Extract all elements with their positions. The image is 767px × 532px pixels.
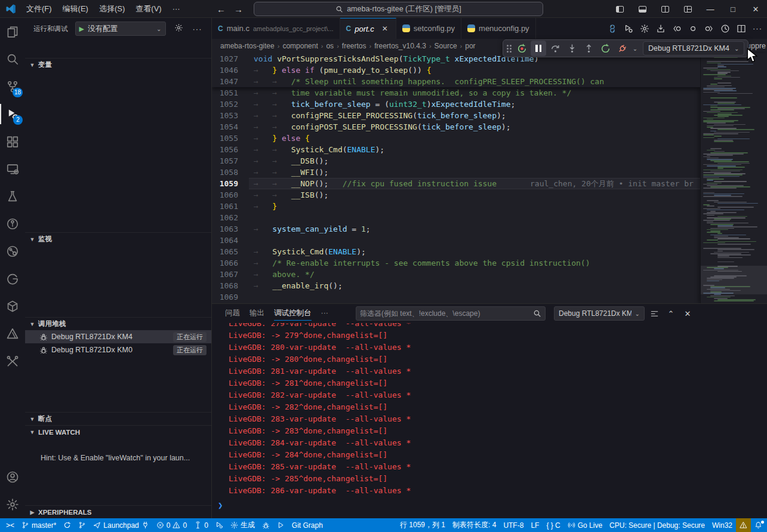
statusbar-run-task[interactable] (273, 518, 288, 532)
minimap-slider[interactable] (701, 266, 767, 294)
debug-console-output[interactable]: LiveGDB: 279-var-update --all-values *Li… (212, 323, 767, 494)
statusbar-tab-size[interactable]: 制表符长度: 4 (449, 518, 500, 532)
activity-embedded-tools-icon[interactable] (0, 348, 25, 375)
activity-settings-icon[interactable] (0, 491, 25, 518)
code-line-1068[interactable]: 1068→ __enable_irq(); (212, 280, 700, 291)
menu-选择S[interactable]: 选择(S) (94, 0, 130, 18)
toggle-panel-button[interactable] (631, 0, 654, 18)
statusbar-notifications-bell[interactable] (751, 518, 766, 532)
collapse-lines-icon[interactable] (647, 306, 661, 321)
code-line-1052[interactable]: 1052→ → tick_before_sleep = (uint32_t)xE… (212, 99, 700, 110)
bookmark-icon[interactable] (686, 21, 700, 36)
code-line-1053[interactable]: 1053→ → configPRE_SLEEP_PROCESSING(tick_… (212, 110, 700, 121)
breadcrumb-item[interactable]: ameba-rtos-gitee (220, 42, 275, 50)
section-livewatch[interactable]: ▼LIVE WATCH (25, 425, 211, 438)
python-run-icon[interactable] (605, 21, 620, 36)
filter-input[interactable] (360, 309, 529, 318)
debug-config-dropdown[interactable]: ▶ 没有配置 ⌄ (75, 21, 166, 36)
settings-gear-icon[interactable] (637, 21, 652, 36)
breadcrumb-item[interactable]: component (282, 42, 318, 50)
close-button[interactable]: ✕ (744, 0, 767, 18)
activity-cmake-icon[interactable] (0, 320, 25, 348)
callstack-session-row[interactable]: Debug RTL8721Dx KM4正在运行 (25, 330, 211, 343)
activity-git-graph-icon[interactable] (0, 238, 25, 265)
nav-forward-button[interactable]: → (234, 4, 243, 14)
section-breakpoints[interactable]: ▼断点 (25, 412, 211, 425)
close-tab-icon[interactable]: ✕ (380, 24, 390, 33)
pause-button[interactable] (531, 41, 546, 56)
code-line-1056[interactable]: 1056→ → Systick_Cmd(ENABLE); (212, 144, 700, 155)
section-variables[interactable]: ▼变量 (25, 58, 211, 71)
statusbar-git-sync[interactable] (60, 518, 75, 532)
statusbar-build[interactable]: 生成 (227, 518, 258, 532)
breadcrumb-item[interactable]: freertos_v10.4.3 (374, 42, 426, 50)
tab-port.c[interactable]: Cport.c✕ (340, 18, 396, 39)
code-line-1057[interactable]: 1057→ → __DSB(); (212, 155, 700, 167)
statusbar-encoding[interactable]: UTF-8 (500, 518, 527, 532)
breadcrumb-item[interactable]: Source (435, 42, 457, 50)
statusbar-problems[interactable]: 00 (153, 518, 190, 532)
activity-extensions-icon[interactable] (0, 128, 25, 155)
start-debug-icon[interactable]: ▶ (79, 25, 84, 33)
activity-gitee-icon[interactable] (0, 265, 25, 293)
menu-查看V[interactable]: 查看(V) (130, 0, 167, 18)
activity-package-explorer-icon[interactable] (0, 293, 25, 320)
statusbar-remote-window[interactable]: >< (2, 518, 18, 532)
activity-run-and-debug-icon[interactable]: 2 (0, 100, 25, 128)
breadcrumb-item[interactable]: por (465, 42, 475, 50)
code-line-1054[interactable]: 1054→ → configPOST_SLEEP_PROCESSING(tick… (212, 121, 700, 133)
section-xperipherals[interactable]: ▶XPERIPHERALS (25, 505, 211, 518)
nav-back-button[interactable]: ← (217, 4, 226, 14)
activity-git-commit-icon[interactable] (0, 210, 25, 238)
statusbar-git-graph[interactable]: Git Graph (288, 518, 326, 532)
panel-tab-输出[interactable]: 输出 (245, 304, 269, 323)
code-line-1062[interactable]: 1062 (212, 212, 700, 223)
disconnect-button[interactable] (614, 41, 630, 56)
split-editor-icon[interactable] (734, 21, 748, 36)
step-over-button[interactable] (547, 41, 563, 56)
activity-testing-icon[interactable] (0, 183, 25, 210)
session-chevron-icon[interactable]: ⌄ (631, 41, 639, 56)
code-line-1061[interactable]: 1061→ } (212, 201, 700, 212)
statusbar-launchpad[interactable]: Launchpad (90, 518, 152, 532)
breadcrumb-item[interactable]: freertos (342, 42, 366, 50)
statusbar-git-branch[interactable]: master* (18, 518, 60, 532)
statusbar-eol[interactable]: LF (527, 518, 543, 532)
code-line-1059[interactable]: 1059→ → __NOP(); //fix cpu fused instruc… (212, 178, 700, 189)
maximize-button[interactable]: □ (722, 0, 744, 18)
panel-tab-···[interactable]: ··· (316, 304, 334, 323)
console-session-dropdown[interactable]: Debug RTL8721Dx KM4 ⌄ (554, 306, 645, 321)
code-line-1063[interactable]: 1063→ system_can_yield = 1; (212, 223, 700, 235)
maximize-panel-icon[interactable]: ⌃ (664, 306, 678, 321)
step-out-button[interactable] (581, 41, 596, 56)
statusbar-go-live[interactable]: Go Live (564, 518, 606, 532)
code-line-1060[interactable]: 1060→ → __ISB(); (212, 189, 700, 201)
section-watch[interactable]: ▼监视 (25, 232, 211, 245)
code-line-1067[interactable]: 1067→ above. */ (212, 269, 700, 280)
command-center-search[interactable]: ameba-rtos-gitee (工作区) [管理员] (254, 2, 543, 16)
menu-···[interactable]: ··· (167, 0, 186, 18)
activity-source-control-icon[interactable]: 18 (0, 73, 25, 100)
statusbar-warning-indicator[interactable] (736, 518, 751, 532)
activity-explorer-icon[interactable] (0, 18, 25, 45)
code-line-1047[interactable]: 1047→ → /* Sleep until something happens… (212, 76, 700, 87)
statusbar-ports[interactable]: 0 (190, 518, 212, 532)
step-into-button[interactable] (564, 41, 580, 56)
debug-settings-gear-icon[interactable] (174, 23, 183, 34)
activity-search-icon[interactable] (0, 45, 25, 73)
section-callstack[interactable]: ▼调用堆栈 (25, 317, 211, 330)
reset-device-button[interactable] (514, 41, 529, 56)
activity-accounts-icon[interactable] (0, 463, 25, 491)
console-filter[interactable] (356, 306, 546, 321)
bookmark-previous-icon[interactable] (670, 21, 684, 36)
minimap[interactable] (700, 53, 767, 303)
more-actions-icon[interactable]: ··· (193, 24, 202, 33)
tab-setconfig.py[interactable]: setconfig.py (396, 18, 461, 39)
panel-tab-调试控制台[interactable]: 调试控制台 (269, 304, 316, 323)
customize-layout-button[interactable] (676, 0, 699, 18)
flash-download-icon[interactable] (654, 21, 668, 36)
console-input-prompt[interactable]: ❯ (212, 500, 223, 510)
callstack-session-row[interactable]: Debug RTL8721Dx KM0正在运行 (25, 343, 211, 356)
split-editor-button[interactable] (654, 0, 676, 18)
timer-history-icon[interactable] (718, 21, 732, 36)
